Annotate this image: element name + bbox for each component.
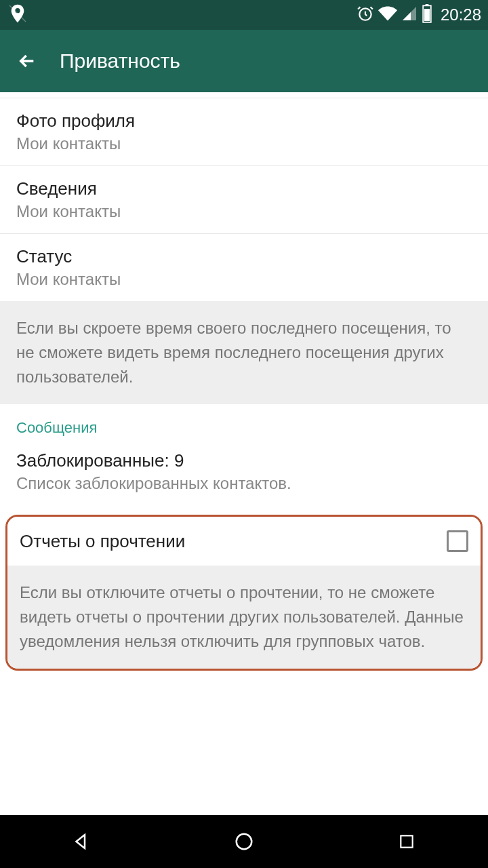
status-right: 20:28	[357, 4, 481, 26]
svg-rect-3	[424, 9, 430, 21]
setting-title: Фото профиля	[16, 111, 472, 132]
setting-profile-photo[interactable]: Фото профиля Мои контакты	[0, 98, 488, 166]
back-arrow-icon	[16, 50, 38, 72]
read-receipts-checkbox[interactable]	[447, 530, 468, 552]
setting-subtitle: Мои контакты	[16, 134, 472, 153]
content: Фото профиля Мои контакты Сведения Мои к…	[0, 98, 488, 671]
last-seen-info: Если вы скроете время своего последнего …	[0, 301, 488, 404]
blocked-title: Заблокированные: 9	[16, 450, 472, 471]
setting-read-receipts[interactable]: Отчеты о прочтении	[7, 517, 481, 566]
section-messages: Сообщения	[0, 404, 488, 443]
setting-subtitle: Мои контакты	[16, 202, 472, 221]
read-receipts-info: Если вы отключите отчеты о прочтении, то…	[7, 566, 481, 669]
back-button[interactable]	[14, 47, 41, 75]
location-icon	[7, 3, 28, 27]
triangle-back-icon	[71, 831, 92, 852]
clock-text: 20:28	[441, 5, 481, 24]
setting-about[interactable]: Сведения Мои контакты	[0, 166, 488, 234]
setting-status[interactable]: Статус Мои контакты	[0, 234, 488, 301]
square-recent-icon	[398, 833, 415, 850]
circle-home-icon	[234, 831, 254, 852]
svg-point-4	[237, 834, 252, 850]
wifi-icon	[378, 4, 397, 26]
highlight-box: Отчеты о прочтении Если вы отключите отч…	[5, 515, 483, 671]
status-left	[7, 3, 28, 27]
alarm-icon	[357, 5, 374, 25]
nav-bar	[0, 815, 488, 868]
signal-icon	[401, 5, 418, 24]
setting-subtitle: Мои контакты	[16, 270, 472, 289]
setting-title: Сведения	[16, 178, 472, 199]
setting-title: Статус	[16, 246, 472, 267]
page-title: Приватность	[60, 50, 180, 73]
nav-home[interactable]	[210, 825, 278, 859]
battery-icon	[422, 4, 432, 26]
status-bar: 20:28	[0, 0, 488, 30]
read-receipts-title: Отчеты о прочтении	[20, 531, 185, 552]
nav-recent[interactable]	[373, 825, 441, 859]
setting-blocked[interactable]: Заблокированные: 9 Список заблокированны…	[0, 443, 488, 507]
app-bar: Приватность	[0, 30, 488, 92]
svg-rect-5	[401, 835, 412, 847]
blocked-subtitle: Список заблокированных контактов.	[16, 474, 472, 493]
nav-back[interactable]	[47, 825, 115, 859]
